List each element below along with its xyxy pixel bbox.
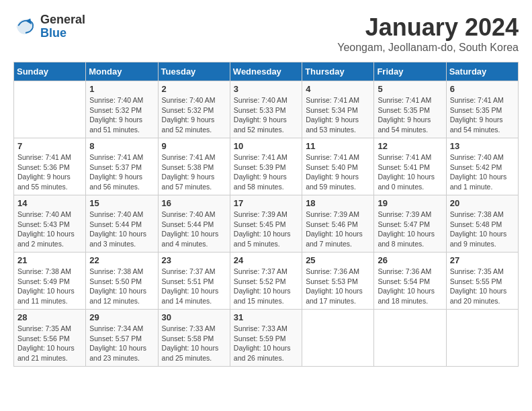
- day-header-sunday: Sunday: [14, 62, 86, 81]
- day-number: 25: [306, 255, 370, 265]
- day-info: Sunrise: 7:38 AMSunset: 5:48 PMDaylight:…: [450, 210, 515, 249]
- calendar-cell: 25Sunrise: 7:36 AMSunset: 5:53 PMDayligh…: [302, 253, 374, 310]
- day-number: 24: [234, 255, 298, 265]
- calendar-cell: [14, 81, 86, 138]
- day-info: Sunrise: 7:33 AMSunset: 5:59 PMDaylight:…: [234, 324, 298, 363]
- calendar-cell: 1Sunrise: 7:40 AMSunset: 5:32 PMDaylight…: [86, 81, 158, 138]
- day-number: 19: [378, 198, 442, 208]
- day-info: Sunrise: 7:37 AMSunset: 5:51 PMDaylight:…: [162, 267, 226, 306]
- day-info: Sunrise: 7:40 AMSunset: 5:44 PMDaylight:…: [89, 210, 154, 249]
- calendar-subtitle: Yeongam, Jeollanam-do, South Korea: [337, 42, 519, 54]
- day-number: 20: [450, 198, 515, 208]
- calendar-cell: [302, 310, 374, 367]
- day-info: Sunrise: 7:33 AMSunset: 5:58 PMDaylight:…: [162, 324, 226, 363]
- calendar-cell: 16Sunrise: 7:40 AMSunset: 5:44 PMDayligh…: [158, 195, 230, 253]
- day-info: Sunrise: 7:41 AMSunset: 5:37 PMDaylight:…: [89, 152, 154, 192]
- calendar-cell: 24Sunrise: 7:37 AMSunset: 5:52 PMDayligh…: [230, 253, 302, 310]
- day-header-tuesday: Tuesday: [158, 62, 230, 81]
- day-info: Sunrise: 7:41 AMSunset: 5:41 PMDaylight:…: [378, 152, 442, 192]
- calendar-cell: 27Sunrise: 7:35 AMSunset: 5:55 PMDayligh…: [446, 253, 518, 310]
- calendar-cell: 2Sunrise: 7:40 AMSunset: 5:32 PMDaylight…: [158, 81, 230, 138]
- top-section: General Blue January 2024 Yeongam, Jeoll…: [13, 13, 519, 56]
- day-number: 5: [378, 84, 442, 94]
- day-info: Sunrise: 7:39 AMSunset: 5:45 PMDaylight:…: [234, 210, 298, 249]
- logo-blue: Blue: [40, 26, 66, 40]
- day-info: Sunrise: 7:40 AMSunset: 5:32 PMDaylight:…: [89, 95, 154, 135]
- day-header-wednesday: Wednesday: [230, 62, 302, 81]
- day-info: Sunrise: 7:40 AMSunset: 5:33 PMDaylight:…: [234, 95, 298, 135]
- calendar-cell: 8Sunrise: 7:41 AMSunset: 5:37 PMDaylight…: [86, 138, 158, 195]
- day-info: Sunrise: 7:41 AMSunset: 5:35 PMDaylight:…: [378, 95, 442, 135]
- day-info: Sunrise: 7:41 AMSunset: 5:40 PMDaylight:…: [306, 152, 370, 192]
- calendar-cell: 9Sunrise: 7:41 AMSunset: 5:38 PMDaylight…: [158, 138, 230, 195]
- day-info: Sunrise: 7:35 AMSunset: 5:55 PMDaylight:…: [450, 267, 515, 306]
- calendar-cell: 6Sunrise: 7:41 AMSunset: 5:35 PMDaylight…: [446, 81, 518, 138]
- day-info: Sunrise: 7:41 AMSunset: 5:36 PMDaylight:…: [17, 152, 82, 192]
- day-info: Sunrise: 7:35 AMSunset: 5:56 PMDaylight:…: [17, 324, 82, 363]
- day-number: 27: [450, 255, 515, 265]
- calendar-table: SundayMondayTuesdayWednesdayThursdayFrid…: [13, 62, 519, 367]
- day-number: 15: [89, 198, 154, 208]
- day-info: Sunrise: 7:40 AMSunset: 5:43 PMDaylight:…: [17, 210, 82, 249]
- day-number: 28: [17, 312, 82, 322]
- calendar-cell: 5Sunrise: 7:41 AMSunset: 5:35 PMDaylight…: [374, 81, 446, 138]
- day-info: Sunrise: 7:36 AMSunset: 5:54 PMDaylight:…: [378, 267, 442, 306]
- calendar-cell: 28Sunrise: 7:35 AMSunset: 5:56 PMDayligh…: [14, 310, 86, 367]
- day-number: 8: [89, 141, 154, 151]
- day-number: 21: [17, 255, 82, 265]
- day-info: Sunrise: 7:40 AMSunset: 5:32 PMDaylight:…: [162, 95, 226, 135]
- calendar-cell: 7Sunrise: 7:41 AMSunset: 5:36 PMDaylight…: [14, 138, 86, 195]
- day-number: 7: [17, 141, 82, 151]
- logo: General Blue: [13, 13, 85, 40]
- day-number: 6: [450, 84, 515, 94]
- day-info: Sunrise: 7:37 AMSunset: 5:52 PMDaylight:…: [234, 267, 298, 306]
- calendar-cell: [446, 310, 518, 367]
- logo-general: General: [40, 13, 85, 26]
- day-number: 26: [378, 255, 442, 265]
- day-header-saturday: Saturday: [446, 62, 518, 81]
- day-number: 16: [162, 198, 226, 208]
- calendar-cell: 14Sunrise: 7:40 AMSunset: 5:43 PMDayligh…: [14, 195, 86, 253]
- day-info: Sunrise: 7:39 AMSunset: 5:46 PMDaylight:…: [306, 210, 370, 249]
- calendar-cell: 10Sunrise: 7:41 AMSunset: 5:39 PMDayligh…: [230, 138, 302, 195]
- day-info: Sunrise: 7:41 AMSunset: 5:35 PMDaylight:…: [450, 95, 515, 135]
- calendar-cell: 11Sunrise: 7:41 AMSunset: 5:40 PMDayligh…: [302, 138, 374, 195]
- day-number: 10: [234, 141, 298, 151]
- day-number: 18: [306, 198, 370, 208]
- day-info: Sunrise: 7:34 AMSunset: 5:57 PMDaylight:…: [89, 324, 154, 363]
- day-number: 2: [162, 84, 226, 94]
- day-number: 17: [234, 198, 298, 208]
- day-number: 1: [89, 84, 154, 94]
- calendar-cell: 4Sunrise: 7:41 AMSunset: 5:34 PMDaylight…: [302, 81, 374, 138]
- calendar-cell: 21Sunrise: 7:38 AMSunset: 5:49 PMDayligh…: [14, 253, 86, 310]
- calendar-cell: 17Sunrise: 7:39 AMSunset: 5:45 PMDayligh…: [230, 195, 302, 253]
- calendar-cell: 20Sunrise: 7:38 AMSunset: 5:48 PMDayligh…: [446, 195, 518, 253]
- day-number: 22: [89, 255, 154, 265]
- logo-icon: [13, 15, 38, 39]
- calendar-cell: 3Sunrise: 7:40 AMSunset: 5:33 PMDaylight…: [230, 81, 302, 138]
- day-header-thursday: Thursday: [302, 62, 374, 81]
- day-info: Sunrise: 7:40 AMSunset: 5:42 PMDaylight:…: [450, 152, 515, 192]
- day-info: Sunrise: 7:41 AMSunset: 5:38 PMDaylight:…: [162, 152, 226, 192]
- calendar-title: January 2024: [337, 13, 519, 42]
- day-number: 4: [306, 84, 370, 94]
- calendar-cell: 31Sunrise: 7:33 AMSunset: 5:59 PMDayligh…: [230, 310, 302, 367]
- day-info: Sunrise: 7:36 AMSunset: 5:53 PMDaylight:…: [306, 267, 370, 306]
- calendar-cell: [374, 310, 446, 367]
- calendar-cell: 30Sunrise: 7:33 AMSunset: 5:58 PMDayligh…: [158, 310, 230, 367]
- logo-text: General Blue: [40, 13, 85, 40]
- calendar-cell: 22Sunrise: 7:38 AMSunset: 5:50 PMDayligh…: [86, 253, 158, 310]
- day-info: Sunrise: 7:38 AMSunset: 5:49 PMDaylight:…: [17, 267, 82, 306]
- calendar-cell: 15Sunrise: 7:40 AMSunset: 5:44 PMDayligh…: [86, 195, 158, 253]
- calendar-cell: 23Sunrise: 7:37 AMSunset: 5:51 PMDayligh…: [158, 253, 230, 310]
- day-header-friday: Friday: [374, 62, 446, 81]
- day-number: 14: [17, 198, 82, 208]
- day-info: Sunrise: 7:38 AMSunset: 5:50 PMDaylight:…: [89, 267, 154, 306]
- day-number: 31: [234, 312, 298, 322]
- calendar-cell: 29Sunrise: 7:34 AMSunset: 5:57 PMDayligh…: [86, 310, 158, 367]
- day-number: 29: [89, 312, 154, 322]
- day-info: Sunrise: 7:41 AMSunset: 5:39 PMDaylight:…: [234, 152, 298, 192]
- calendar-cell: 26Sunrise: 7:36 AMSunset: 5:54 PMDayligh…: [374, 253, 446, 310]
- day-info: Sunrise: 7:40 AMSunset: 5:44 PMDaylight:…: [162, 210, 226, 249]
- day-number: 13: [450, 141, 515, 151]
